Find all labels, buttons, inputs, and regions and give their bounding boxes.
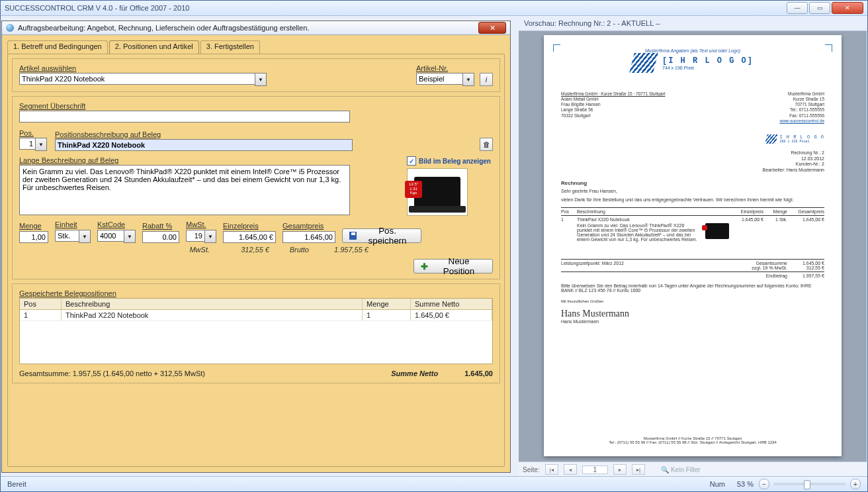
doc-meta: Rechnung Nr.: 2 12.03.2012 Kunden-Nr.: 2… — [561, 150, 824, 173]
show-image-checkbox[interactable]: ✓ Bild im Beleg anzeigen — [407, 156, 493, 166]
saved-heading: Gespeicherte Belegpositionen — [19, 289, 493, 297]
discount-input[interactable] — [142, 231, 179, 243]
th: Gesamtpreis — [791, 209, 824, 214]
preview-title: Vorschau: Rechnung Nr.: 2 - - AKTUELL -- — [519, 16, 867, 31]
position-panel: Segment Überschrift Pos. ▼ — [12, 96, 500, 279]
grand-total-text: Gesamtsumme: 1.957,55 (1.645,00 netto + … — [19, 369, 205, 377]
calc-row: Menge Einheit ▼ KstCode ▼ Rabatt % MwSt.… — [19, 221, 493, 243]
nav-next-button[interactable]: ▸ — [613, 464, 627, 475]
filter-indicator[interactable]: 🔍 Kein Filter — [661, 466, 701, 473]
cell: 1.645,00 € — [791, 217, 824, 242]
dialog-titlebar: Auftragsbearbeitung: Angebot, Rechnung, … — [2, 21, 510, 35]
chevron-down-icon[interactable]: ▼ — [462, 73, 474, 86]
total-input[interactable] — [282, 231, 335, 243]
footer: Musterfirma GmbH // Kurze Straße 15 // 7… — [561, 436, 824, 444]
zoom-in-button[interactable]: + — [850, 479, 861, 489]
artno-select[interactable]: ▼ — [416, 73, 474, 86]
discount-label: Rabatt % — [142, 222, 179, 230]
greeting: Sehr geehrte Frau Hansen, — [561, 189, 824, 193]
kst-select[interactable]: ▼ — [97, 230, 136, 243]
chevron-down-icon[interactable]: ▼ — [255, 73, 267, 86]
preview-viewport[interactable]: Musterfirma Angaben (als Text und oder L… — [519, 31, 867, 462]
dialog-tabs: 1. Betreff und Bedingungen 2. Positionen… — [7, 40, 261, 54]
dialog-title: Auftragsbearbeitung: Angebot, Rechnung, … — [18, 24, 309, 32]
sum-netto-value: 1.645,00 — [464, 369, 493, 377]
sum-l: zzgl. 19 % MwSt. — [737, 266, 787, 270]
window-minimize-button[interactable]: — — [787, 2, 808, 14]
vat-select[interactable]: ▼ — [186, 230, 216, 243]
chevron-down-icon[interactable]: ▼ — [204, 230, 216, 243]
dialog-body: 1. Betreff und Bedingungen 2. Positionen… — [2, 35, 510, 472]
address-right: Musterfirma GmbH Kurze Straße 15 70771 S… — [779, 91, 824, 124]
nav-last-button[interactable]: ▸| — [632, 464, 645, 475]
addr-line: 70771 Stuttgart — [779, 102, 824, 107]
window-close-button[interactable]: ✕ — [832, 2, 863, 14]
order-dialog: Auftragsbearbeitung: Angebot, Rechnung, … — [1, 21, 511, 473]
pos-value[interactable] — [19, 138, 35, 150]
new-position-label: Neue Position — [432, 256, 486, 276]
chevron-down-icon[interactable]: ▼ — [124, 230, 136, 243]
kst-value[interactable] — [97, 230, 124, 242]
unitprice-input[interactable] — [223, 231, 276, 243]
posdesc-input[interactable] — [55, 139, 353, 151]
article-select[interactable]: ▼ — [19, 73, 408, 86]
save-position-button[interactable]: Pos. speichern — [342, 228, 421, 243]
zoom-thumb[interactable] — [804, 480, 810, 489]
vat-foot-label: MwSt. — [183, 246, 210, 254]
th: Pos — [20, 299, 62, 309]
mini-logo-text: I H R L O G O — [779, 134, 824, 140]
tab-sheet: Artikel auswählen ▼ Artikel-Nr. — [7, 54, 505, 467]
article-value[interactable] — [19, 73, 255, 85]
laptop-icon: 12.5"1.31 Kgs — [414, 177, 460, 207]
info-button[interactable]: i — [480, 73, 493, 86]
tab-betreff[interactable]: 1. Betreff und Bedingungen — [7, 40, 108, 54]
sum-v: 1.645,00 € — [791, 261, 824, 266]
lz: Leistungszeitpunkt: März 2012 — [561, 261, 699, 266]
page-number[interactable]: 1 — [582, 466, 609, 474]
qty-label: Menge — [19, 222, 48, 230]
unit-select[interactable]: ▼ — [55, 230, 91, 243]
save-position-label: Pos. speichern — [361, 226, 414, 246]
vat-value[interactable] — [186, 230, 204, 242]
workarea: Vorschau: Rechnung Nr.: 2 - - AKTUELL --… — [1, 16, 867, 477]
filter-text: Kein Filter — [671, 466, 701, 473]
artno-label: Artikel-Nr. — [416, 64, 493, 72]
delete-position-button[interactable]: 🗑 — [480, 138, 493, 151]
chevron-down-icon[interactable]: ▼ — [79, 230, 91, 243]
window-maximize-button[interactable]: ▭ — [809, 2, 830, 14]
meta-line: 12.03.2012 — [561, 156, 824, 162]
chevron-down-icon[interactable]: ▼ — [35, 138, 47, 151]
tab-positionen[interactable]: 2. Positionen und Artikel — [109, 40, 199, 54]
item-row: 1 ThinkPad X220 Notebook Kein Gramm zu v… — [561, 217, 824, 242]
pos-select[interactable]: ▼ — [19, 138, 47, 151]
meta-line: Bearbeiter: Hans Mustermann — [561, 168, 824, 173]
signature-name: Hans Mustermann — [561, 319, 824, 324]
zoom-slider[interactable] — [773, 483, 846, 485]
zoom-out-button[interactable]: − — [759, 479, 769, 489]
cell: 1.645,00 € — [733, 217, 763, 242]
cell-long: Kein Gramm zu viel. Das Lenovo® ThinkPad… — [577, 223, 700, 242]
longdesc-label: Lange Beschreibung auf Beleg — [19, 156, 399, 164]
tab-fertigstellen[interactable]: 3. Fertigstellen — [200, 40, 260, 54]
article-panel: Artikel auswählen ▼ Artikel-Nr. — [12, 58, 500, 92]
article-label: Artikel auswählen — [19, 64, 408, 72]
vat-label: MwSt. — [186, 221, 216, 228]
regards: Mit freundlichen Grüßen — [561, 299, 824, 303]
meta-line: Kunden-Nr.: 2 — [561, 162, 824, 168]
dialog-close-button[interactable]: ✕ — [478, 22, 506, 34]
unit-value[interactable] — [55, 230, 79, 242]
nav-first-button[interactable]: |◂ — [545, 464, 558, 475]
app-titlebar: SUCCESSCONTROL CRM V 4.0 - für Office 20… — [1, 1, 867, 16]
status-ready: Bereit — [7, 480, 26, 488]
address-left: Musterfirma GmbH · Kurze Straße 15 · 707… — [561, 91, 666, 124]
show-image-label: Bild im Beleg anzeigen — [419, 158, 491, 165]
preview-document: Musterfirma Angaben (als Text und oder L… — [544, 35, 842, 456]
artno-value[interactable] — [416, 73, 462, 85]
longdesc-input[interactable]: Kein Gramm zu viel. Das Lenovo® ThinkPad… — [19, 165, 350, 215]
qty-input[interactable] — [19, 231, 48, 243]
nav-prev-button[interactable]: ◂ — [564, 464, 577, 475]
segment-input[interactable] — [19, 111, 350, 123]
table-row[interactable]: 1 ThinkPad X220 Notebook 1 1.645,00 € — [20, 310, 492, 321]
new-position-button[interactable]: ✚ Neue Position — [413, 259, 493, 273]
intro-text: vielen Dank für Ihre Bestellung und das … — [561, 197, 824, 202]
